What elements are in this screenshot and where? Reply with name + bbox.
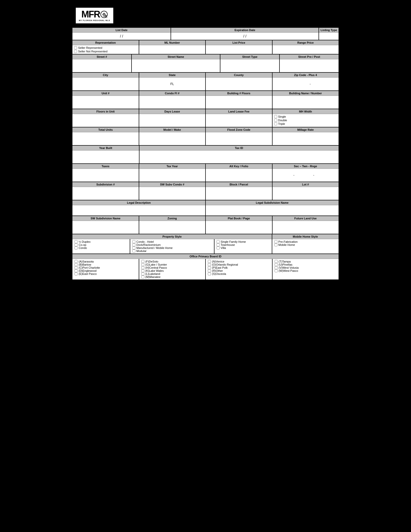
pre-fabrication-checkbox[interactable]: [274, 240, 277, 243]
flood-zone-input[interactable]: [207, 137, 270, 141]
lakeland-option[interactable]: (L)Lakeland: [141, 272, 203, 275]
floors-unit-input[interactable]: [74, 119, 137, 122]
future-land-input[interactable]: [274, 226, 337, 229]
building-floors-input[interactable]: [207, 100, 270, 104]
rng-input[interactable]: [315, 173, 332, 177]
tax-year-input[interactable]: [141, 173, 204, 177]
sarasota-option[interactable]: (A)Sarasota: [74, 260, 137, 263]
manufactured-checkbox[interactable]: [132, 246, 135, 249]
half-duplex-checkbox[interactable]: [74, 240, 78, 243]
single-option[interactable]: Single: [274, 115, 337, 118]
sec-input[interactable]: [276, 173, 292, 177]
tampa-option[interactable]: (T)Tampa: [275, 260, 337, 263]
county-input[interactable]: [207, 82, 270, 86]
zip-plus4-input[interactable]: [312, 82, 334, 86]
days-lease-input[interactable]: [141, 119, 204, 122]
double-checkbox[interactable]: [274, 119, 277, 122]
millage-input[interactable]: [274, 137, 337, 141]
lake-sumter-checkbox[interactable]: [141, 263, 144, 266]
manatee-checkbox[interactable]: [141, 275, 144, 278]
zoning-input[interactable]: [141, 226, 204, 229]
zip-input[interactable]: [274, 82, 309, 86]
total-units-input[interactable]: [74, 137, 137, 141]
lake-wales-checkbox[interactable]: [141, 269, 144, 272]
city-input[interactable]: [74, 82, 137, 86]
west-pasco-checkbox[interactable]: [275, 269, 278, 272]
condo-hotel-option[interactable]: Condo - Hotel: [132, 240, 212, 243]
condo-checkbox[interactable]: [74, 246, 78, 249]
triple-checkbox[interactable]: [274, 122, 277, 125]
street-type-input[interactable]: [222, 64, 278, 68]
sw-subdiv-input[interactable]: [74, 226, 137, 229]
lake-wales-option[interactable]: (K)Lake Wales: [141, 269, 203, 272]
villa-option[interactable]: Villa: [217, 246, 270, 249]
orlando-option[interactable]: (O)Orlando Regional: [208, 263, 270, 266]
triple-option[interactable]: Triple: [274, 122, 337, 125]
east-polk-option[interactable]: (P)East Polk: [208, 266, 270, 269]
legal-subdiv-input[interactable]: [207, 209, 337, 212]
half-duplex-option[interactable]: ½ Duplex: [74, 240, 128, 243]
lakeland-checkbox[interactable]: [141, 272, 144, 275]
land-lease-input[interactable]: [207, 119, 270, 122]
seller-represented-option[interactable]: Seller Represented: [74, 46, 137, 49]
port-charlotte-checkbox[interactable]: [74, 266, 78, 269]
mobile-home-option[interactable]: Mobile Home: [274, 243, 337, 246]
unit-input[interactable]: [74, 100, 137, 104]
west-pasco-option[interactable]: (W)West Pasco: [275, 269, 337, 272]
sw-subv-input[interactable]: [141, 192, 204, 195]
plat-book-input[interactable]: [207, 226, 270, 229]
villa-checkbox[interactable]: [217, 246, 220, 249]
model-make-input[interactable]: [141, 137, 204, 141]
seller-not-represented-option[interactable]: Seller Not Represented: [74, 50, 137, 53]
twn-input[interactable]: [295, 173, 312, 177]
mobile-home-checkbox[interactable]: [274, 243, 277, 246]
modular-option[interactable]: Modular: [132, 249, 212, 253]
street-pre-post-input[interactable]: [281, 64, 337, 68]
block-parcel-input[interactable]: [207, 192, 270, 195]
desoto-option[interactable]: (F)DeSoto: [141, 260, 203, 263]
range-price-input[interactable]: [274, 48, 337, 51]
other-option[interactable]: (R)Other: [208, 269, 270, 272]
legal-desc-input[interactable]: [74, 209, 204, 212]
dock-checkbox[interactable]: [132, 243, 135, 246]
desoto-checkbox[interactable]: [141, 260, 144, 263]
double-option[interactable]: Double: [274, 119, 337, 122]
east-polk-checkbox[interactable]: [208, 266, 211, 269]
building-name-input[interactable]: [274, 100, 337, 104]
osceola-checkbox[interactable]: [208, 272, 211, 275]
townhouse-option[interactable]: Townhouse: [217, 243, 270, 246]
pinellas-checkbox[interactable]: [275, 263, 278, 266]
west-volusia-option[interactable]: (V)West Volusia: [275, 266, 337, 269]
townhouse-checkbox[interactable]: [217, 243, 220, 246]
sarasota-checkbox[interactable]: [74, 260, 78, 263]
osceola-option[interactable]: (S)Osceola: [208, 272, 270, 275]
single-family-checkbox[interactable]: [217, 240, 220, 243]
taxes-input[interactable]: [74, 173, 137, 177]
venice-checkbox[interactable]: [208, 260, 211, 263]
seller-not-represented-checkbox[interactable]: [74, 50, 77, 53]
bartow-checkbox[interactable]: [74, 263, 78, 266]
single-checkbox[interactable]: [274, 115, 277, 118]
port-charlotte-option[interactable]: (C)Port Charlotte: [74, 266, 137, 269]
other-checkbox[interactable]: [208, 269, 211, 272]
englewood-option[interactable]: (D)Englewood: [74, 269, 137, 272]
tax-id-input[interactable]: [141, 155, 337, 159]
venice-option[interactable]: (N)Venice: [208, 260, 270, 263]
condo-option[interactable]: Condo: [74, 246, 128, 249]
central-pasco-option[interactable]: (H)Central Pasco: [141, 266, 203, 269]
orlando-checkbox[interactable]: [208, 263, 211, 266]
alt-key-input[interactable]: [207, 173, 270, 177]
dock-option[interactable]: Dock/Rackominium: [132, 243, 212, 246]
manatee-option[interactable]: (M)Manatee: [141, 275, 203, 278]
list-price-input[interactable]: [207, 48, 270, 51]
west-volusia-checkbox[interactable]: [275, 266, 278, 269]
street-num-input[interactable]: [74, 64, 130, 68]
condo-fl-input[interactable]: [141, 100, 204, 104]
pinellas-option[interactable]: (U)Pinellas: [275, 263, 337, 266]
co-op-option[interactable]: Co-op: [74, 243, 128, 246]
manufactured-option[interactable]: Manufactured / Mobile Home: [132, 246, 212, 249]
lot-input[interactable]: [274, 192, 337, 195]
seller-represented-checkbox[interactable]: [74, 46, 77, 49]
east-pasco-checkbox[interactable]: [74, 272, 78, 275]
street-name-input[interactable]: [133, 64, 218, 68]
